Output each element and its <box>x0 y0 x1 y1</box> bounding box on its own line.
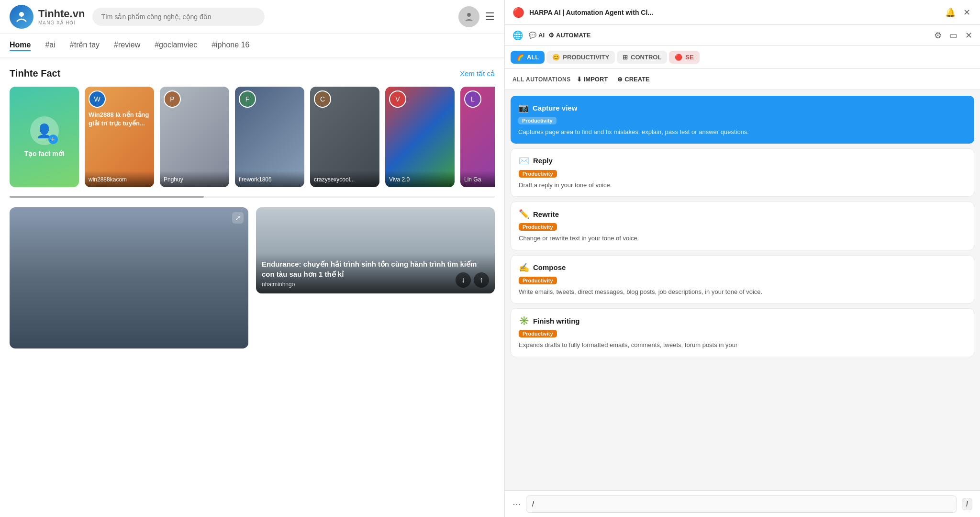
create-icon: ⊕ <box>617 76 623 83</box>
compose-badge: Productivity <box>519 277 557 284</box>
harpa-close-button[interactable]: ✕ <box>961 5 972 20</box>
tab-all[interactable]: 🌈 ALL <box>511 51 545 64</box>
automate-label: AUTOMATE <box>556 32 590 39</box>
fact-card-1[interactable]: W Win2888 là nền tảng giải trí trực tuyế… <box>85 87 154 187</box>
nav-goclamviec[interactable]: #goclamviec <box>155 41 197 50</box>
harpa-bell-button[interactable]: 🔔 <box>943 5 958 20</box>
automation-finish-writing[interactable]: ✳️ Finish writing Productivity Expands d… <box>511 308 974 357</box>
finish-writing-badge: Productivity <box>519 330 557 337</box>
tab-productivity-label: PRODUCTIVITY <box>563 54 609 61</box>
tab-control[interactable]: ⊞ CONTROL <box>617 51 667 64</box>
tab-se-icon: 🔴 <box>675 54 682 61</box>
nav-tren-tay[interactable]: #trên tay <box>70 41 100 50</box>
search-input[interactable] <box>92 8 265 26</box>
fact-card-author-6: Lin Ga <box>464 176 481 183</box>
import-icon: ⬇ <box>577 76 582 83</box>
news-card-ship[interactable]: Endurance: chuyến hải trình sinh tồn cùn… <box>256 207 495 293</box>
finish-writing-desc: Expands drafts to fully formatted emails… <box>519 340 966 350</box>
fact-cards-row: 👤 Tạo fact mới W Win2888 là nền tảng giả… <box>10 87 495 192</box>
harpa-logo: 🔴 <box>512 7 524 18</box>
scroll-indicator <box>10 196 495 198</box>
compose-header: ✍️ Compose <box>519 262 966 273</box>
fact-card-overlay-1: win2888kacom <box>85 171 154 187</box>
scroll-thumb <box>10 196 204 198</box>
fact-card-overlay-3: firework1805 <box>235 171 304 187</box>
nav-down-button[interactable]: ↓ <box>456 272 471 288</box>
harpa-title: HARPA AI | Automation Agent with Cl... <box>529 9 938 16</box>
tinhte-header: Tinhte.vn MẠNG XÃ HỘI ☰ <box>0 0 504 34</box>
automation-capture-view[interactable]: 📷 Capture view Productivity Captures pag… <box>511 96 974 144</box>
finish-writing-title: Finish writing <box>533 317 580 325</box>
svg-point-0 <box>19 12 24 17</box>
fact-card-3[interactable]: F firework1805 <box>235 87 304 187</box>
news-card-jet[interactable]: ⤢ <box>10 207 248 348</box>
harpa-ai-button[interactable]: 💬 AI <box>529 32 545 39</box>
ship-news-author: nhatminhngo <box>262 281 489 288</box>
reply-desc: Draft a reply in your tone of voice. <box>519 180 966 190</box>
fact-section-title: Tinhte Fact <box>10 68 60 79</box>
all-automations-label: ALL AUTOMATIONS <box>512 76 571 83</box>
fact-section-header: Tinhte Fact Xem tất cả <box>10 68 495 79</box>
harpa-panel: 🔴 HARPA AI | Automation Agent with Cl...… <box>505 0 980 517</box>
harpa-automate-button[interactable]: ⚙ AUTOMATE <box>548 32 590 39</box>
fact-card-text-1: Win2888 là nền tảng giải trí trực tuyến.… <box>89 111 150 128</box>
nav-iphone16[interactable]: #iphone 16 <box>212 41 249 50</box>
automate-icon: ⚙ <box>548 32 554 39</box>
more-options-button[interactable]: ⋯ <box>512 499 521 509</box>
chat-icon: 💬 <box>529 32 536 39</box>
menu-button[interactable]: ☰ <box>485 11 495 23</box>
fact-card-author-5: Viva 2.0 <box>389 176 410 183</box>
expand-button[interactable]: ⤢ <box>232 212 244 224</box>
header-actions: ☰ <box>458 6 495 27</box>
automation-compose[interactable]: ✍️ Compose Productivity Write emails, tw… <box>511 255 974 304</box>
nav-review[interactable]: #review <box>114 41 140 50</box>
capture-view-icon: 📷 <box>518 102 529 113</box>
automation-reply[interactable]: ✉️ Reply Productivity Draft a reply in y… <box>511 148 974 197</box>
harpa-right-icons: ⚙ ▭ ✕ <box>932 28 974 43</box>
see-all-link[interactable]: Xem tất cả <box>460 69 495 78</box>
harpa-input[interactable] <box>526 495 957 513</box>
capture-view-desc: Captures page area to find and fix mista… <box>518 127 967 137</box>
harpa-globe-button[interactable]: 🌐 <box>511 28 525 43</box>
fact-card-2[interactable]: P Pnghuy <box>160 87 229 187</box>
harpa-close2-button[interactable]: ✕ <box>963 28 974 43</box>
fact-card-author-2: Pnghuy <box>164 176 183 183</box>
compose-title: Compose <box>533 263 566 271</box>
reply-title: Reply <box>533 157 553 165</box>
slash-button[interactable]: / <box>962 498 972 510</box>
create-fact-card[interactable]: 👤 Tạo fact mới <box>10 87 79 187</box>
fact-card-4[interactable]: C crazysexycool... <box>310 87 379 187</box>
fact-card-5[interactable]: V Viva 2.0 <box>385 87 455 187</box>
fact-card-6[interactable]: L Lin Ga <box>460 87 495 187</box>
fact-card-overlay-6: Lin Ga <box>460 171 495 187</box>
fact-card-avatar-5: V <box>389 90 406 108</box>
harpa-layout-button[interactable]: ▭ <box>947 28 959 43</box>
fact-card-author-4: crazysexycool... <box>314 176 355 183</box>
ai-label: AI <box>538 32 545 39</box>
nav-home[interactable]: Home <box>10 41 31 51</box>
rewrite-desc: Change or rewrite text in your tone of v… <box>519 234 966 243</box>
fact-card-overlay-2: Pnghuy <box>160 171 229 187</box>
import-button[interactable]: ⬇ IMPORT <box>577 76 608 83</box>
harpa-settings-button[interactable]: ⚙ <box>932 28 944 43</box>
rewrite-header: ✏️ Rewrite <box>519 209 966 219</box>
automation-rewrite[interactable]: ✏️ Rewrite Productivity Change or rewrit… <box>511 202 974 250</box>
user-avatar-button[interactable] <box>458 6 479 27</box>
capture-view-title: Capture view <box>533 104 577 112</box>
harpa-content: 📷 Capture view Productivity Captures pag… <box>505 90 980 490</box>
nav-up-button[interactable]: ↑ <box>474 272 489 288</box>
create-button[interactable]: ⊕ CREATE <box>617 76 649 83</box>
compose-desc: Write emails, tweets, direct messages, b… <box>519 287 966 297</box>
logo-text: Tinhte.vn MẠNG XÃ HỘI <box>38 8 85 25</box>
harpa-header: 🔴 HARPA AI | Automation Agent with Cl...… <box>505 0 980 25</box>
tab-all-label: ALL <box>527 54 539 61</box>
rewrite-title: Rewrite <box>533 210 559 218</box>
logo-title: Tinhte.vn <box>38 8 85 20</box>
tab-se[interactable]: 🔴 SE <box>669 51 699 64</box>
tab-productivity[interactable]: 😊 PRODUCTIVITY <box>546 51 615 64</box>
create-label: CREATE <box>624 76 649 83</box>
nav-ai[interactable]: #ai <box>45 41 55 50</box>
fact-card-avatar-6: L <box>464 90 481 108</box>
fact-card-avatar-3: F <box>239 90 256 108</box>
fact-card-avatar-2: P <box>164 90 181 108</box>
